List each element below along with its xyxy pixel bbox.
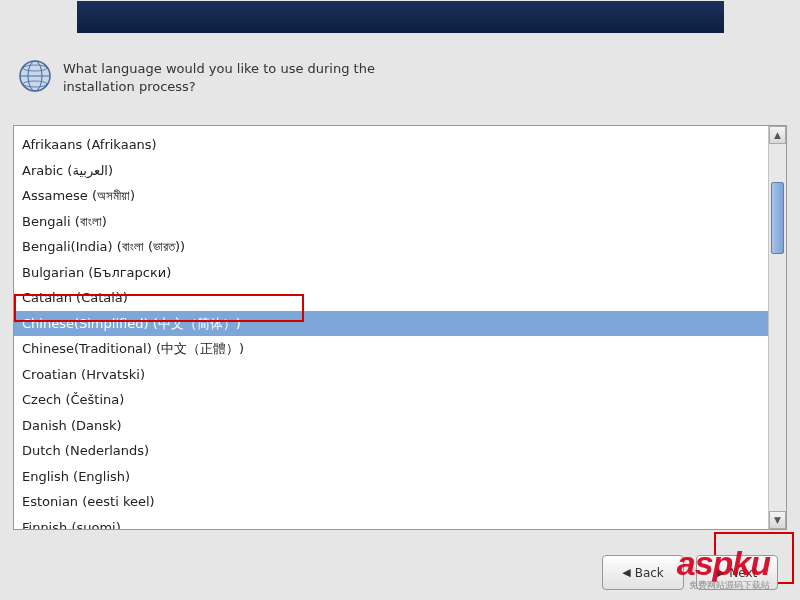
scroll-up-button[interactable]: ▲ [769,126,786,144]
language-item[interactable]: Croatian (Hrvatski) [14,362,768,388]
language-item[interactable]: Arabic (العربية) [14,158,768,184]
prompt-line1: What language would you like to use duri… [63,60,375,78]
scrollbar[interactable]: ▲ ▼ [768,126,786,529]
language-item[interactable]: Catalan (Català) [14,285,768,311]
back-button[interactable]: ◀ Back [602,555,684,590]
header-bar [77,1,724,33]
language-item[interactable]: Finnish (suomi) [14,515,768,530]
prompt-section: What language would you like to use duri… [17,58,375,95]
language-item[interactable]: Estonian (eesti keel) [14,489,768,515]
next-arrow-icon: ▶ [717,566,725,579]
scroll-thumb[interactable] [771,182,784,254]
language-item[interactable]: Assamese (অসমীয়া) [14,183,768,209]
language-item[interactable]: Czech (Čeština) [14,387,768,413]
language-item[interactable]: Bengali(India) (বাংলা (ভারত)) [14,234,768,260]
language-item[interactable]: Dutch (Nederlands) [14,438,768,464]
language-list-container: Afrikaans (Afrikaans)Arabic (العربية)Ass… [13,125,787,530]
back-arrow-icon: ◀ [622,566,630,579]
next-button[interactable]: ▶ Next [696,555,778,590]
prompt-line2: installation process? [63,78,375,96]
language-item[interactable]: Chinese(Simplified) (中文（简体）) [14,311,768,337]
prompt-text: What language would you like to use duri… [63,58,375,95]
globe-icon [17,58,53,94]
language-item[interactable]: Afrikaans (Afrikaans) [14,132,768,158]
next-label: Next [729,566,757,580]
footer-buttons: ◀ Back ▶ Next [602,555,778,590]
language-list[interactable]: Afrikaans (Afrikaans)Arabic (العربية)Ass… [14,126,768,529]
language-item[interactable]: Chinese(Traditional) (中文（正體）) [14,336,768,362]
language-item[interactable]: Danish (Dansk) [14,413,768,439]
language-item[interactable]: Bulgarian (Български) [14,260,768,286]
scroll-down-button[interactable]: ▼ [769,511,786,529]
language-item[interactable]: Bengali (বাংলা) [14,209,768,235]
language-item[interactable]: English (English) [14,464,768,490]
back-label: Back [635,566,664,580]
